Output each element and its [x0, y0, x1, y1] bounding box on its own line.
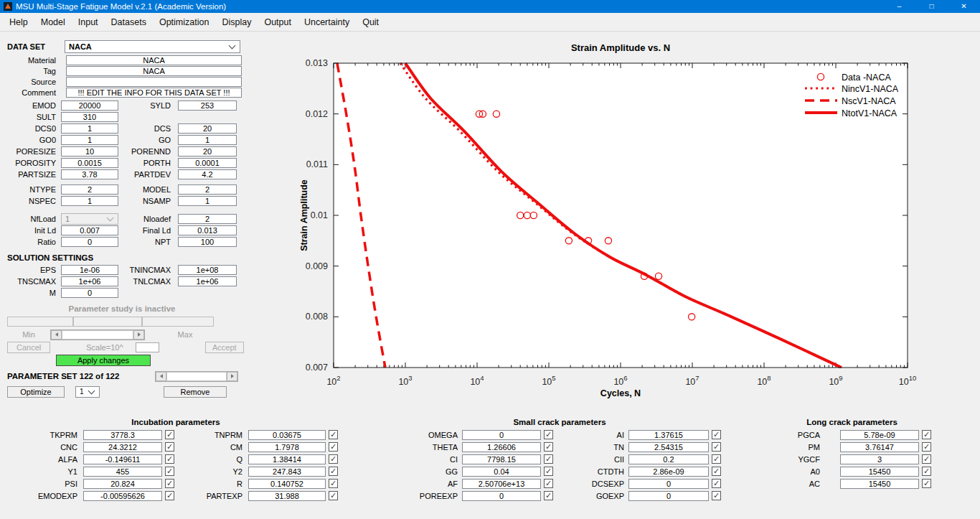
input-ai[interactable]: 1.37615	[628, 430, 709, 440]
input-ctdth[interactable]: 2.86e-09	[628, 467, 709, 477]
checkbox-ctdth[interactable]: ✓	[712, 467, 721, 476]
dataset-combobox[interactable]: NACA	[65, 40, 240, 53]
input-porosity[interactable]: 0.0015	[61, 158, 118, 168]
input-tn[interactable]: 2.54315	[628, 442, 709, 452]
checkbox-tkprm[interactable]: ✓	[165, 430, 174, 439]
input-go0[interactable]: 1	[61, 135, 118, 145]
input-porennd[interactable]: 20	[178, 146, 237, 156]
checkbox-goexp[interactable]: ✓	[712, 491, 721, 500]
input-dcs0[interactable]: 1	[61, 123, 118, 134]
input-tkprm[interactable]: 3778.3	[83, 430, 162, 440]
checkbox-dcsexp[interactable]: ✓	[712, 479, 721, 488]
input-npt[interactable]: 100	[178, 237, 237, 247]
menu-item-display[interactable]: Display	[215, 14, 258, 30]
checkbox-ci[interactable]: ✓	[544, 454, 553, 464]
checkbox-pgca[interactable]: ✓	[922, 430, 931, 439]
input-gg[interactable]: 0.04	[462, 467, 541, 477]
optimize-button[interactable]: Optimize	[7, 386, 65, 398]
checkbox-r[interactable]: ✓	[329, 479, 338, 488]
checkbox-y1[interactable]: ✓	[165, 467, 174, 476]
input-alfa[interactable]: -0.149611	[83, 454, 162, 464]
input-partsize[interactable]: 3.78	[61, 169, 118, 179]
input-goexp[interactable]: 0	[628, 491, 709, 501]
input-go[interactable]: 1	[178, 135, 237, 145]
menu-item-input[interactable]: Input	[72, 14, 105, 30]
input-tnlcmax[interactable]: 1e+06	[178, 276, 237, 286]
input-nsamp[interactable]: 1	[178, 196, 237, 206]
checkbox-cii[interactable]: ✓	[712, 454, 721, 464]
input-af[interactable]: 2.50706e+13	[462, 479, 541, 489]
menu-item-output[interactable]: Output	[258, 14, 298, 30]
input-ac[interactable]: 15450	[840, 479, 919, 489]
remove-button[interactable]: Remove	[164, 386, 227, 398]
input-dcsexp[interactable]: 0	[628, 479, 709, 489]
input-tnincmax[interactable]: 1e+08	[178, 265, 237, 275]
input-poresize[interactable]: 10	[61, 146, 118, 156]
input-emodexp[interactable]: -0.00595626	[83, 491, 162, 501]
input-partexp[interactable]: 31.988	[248, 491, 326, 501]
menu-item-help[interactable]: Help	[3, 14, 34, 30]
material-input[interactable]: NACA	[66, 55, 242, 65]
input-cm[interactable]: 1.7978	[248, 442, 326, 452]
slider-right-arrow[interactable]	[227, 372, 237, 381]
input-pm[interactable]: 3.76147	[840, 442, 919, 452]
menu-item-model[interactable]: Model	[34, 14, 72, 30]
input-ci[interactable]: 7798.15	[462, 454, 541, 464]
minimize-button[interactable]: –	[883, 0, 915, 13]
checkbox-tnprm[interactable]: ✓	[329, 430, 338, 439]
checkbox-theta[interactable]: ✓	[544, 442, 553, 452]
input-theta[interactable]: 1.26606	[462, 442, 541, 452]
input-emod[interactable]: 20000	[61, 100, 118, 111]
checkbox-emodexp[interactable]: ✓	[165, 491, 174, 500]
checkbox-ai[interactable]: ✓	[712, 430, 721, 439]
maximize-button[interactable]: □	[915, 0, 948, 13]
menu-item-uncertainty[interactable]: Uncertainty	[298, 14, 356, 30]
input-dcs[interactable]: 20	[178, 123, 237, 134]
input-a0[interactable]: 15450	[840, 467, 919, 477]
input-q[interactable]: 1.38414	[248, 454, 326, 464]
input-y2[interactable]: 247.843	[248, 467, 326, 477]
checkbox-ac[interactable]: ✓	[922, 479, 931, 488]
input-syld[interactable]: 253	[178, 100, 237, 111]
apply-changes-button[interactable]: Apply changes	[56, 355, 151, 366]
checkbox-psi[interactable]: ✓	[165, 479, 174, 488]
checkbox-y2[interactable]: ✓	[329, 467, 338, 476]
input-cnc[interactable]: 24.3212	[83, 442, 162, 452]
checkbox-poreexp[interactable]: ✓	[544, 491, 553, 500]
checkbox-alfa[interactable]: ✓	[165, 454, 174, 464]
menu-item-quit[interactable]: Quit	[356, 14, 385, 30]
input-m[interactable]: 0	[61, 288, 118, 298]
input-nspec[interactable]: 1	[61, 196, 118, 206]
menu-item-datasets[interactable]: Datasets	[105, 14, 153, 30]
input-model[interactable]: 2	[178, 184, 237, 195]
input-omega[interactable]: 0	[462, 430, 541, 440]
checkbox-af[interactable]: ✓	[544, 479, 553, 488]
input-final-ld[interactable]: 0.013	[178, 225, 237, 235]
slider-track[interactable]	[166, 372, 227, 381]
input-pgca[interactable]: 5.78e-09	[840, 430, 919, 440]
input-tnprm[interactable]: 0.03675	[248, 430, 326, 440]
checkbox-gg[interactable]: ✓	[544, 467, 553, 476]
tag-input[interactable]: NACA	[66, 66, 242, 76]
input-partdev[interactable]: 4.2	[178, 169, 237, 179]
checkbox-cm[interactable]: ✓	[329, 442, 338, 452]
input-eps[interactable]: 1e-06	[61, 265, 118, 275]
input-sult[interactable]: 310	[61, 112, 118, 122]
input-porth[interactable]: 0.0001	[178, 158, 237, 168]
input-ratio[interactable]: 0	[61, 237, 118, 247]
checkbox-partexp[interactable]: ✓	[329, 491, 338, 500]
input-tnscmax[interactable]: 1e+06	[61, 276, 118, 286]
slider-left-arrow[interactable]	[156, 372, 166, 381]
input-nloadef[interactable]: 2	[178, 214, 237, 224]
parameter-set-selector[interactable]: 1	[75, 386, 100, 398]
input-init-ld[interactable]: 0.007	[61, 225, 118, 235]
input-cii[interactable]: 0.2	[628, 454, 709, 464]
parameter-set-slider[interactable]	[155, 371, 238, 382]
checkbox-a0[interactable]: ✓	[922, 467, 931, 476]
source-input[interactable]	[66, 77, 242, 87]
input-r[interactable]: 0.140752	[248, 479, 326, 489]
close-button[interactable]: ✕	[948, 0, 980, 13]
input-ygcf[interactable]: 3	[840, 454, 919, 464]
input-ntype[interactable]: 2	[61, 184, 118, 195]
input-psi[interactable]: 20.824	[83, 479, 162, 489]
